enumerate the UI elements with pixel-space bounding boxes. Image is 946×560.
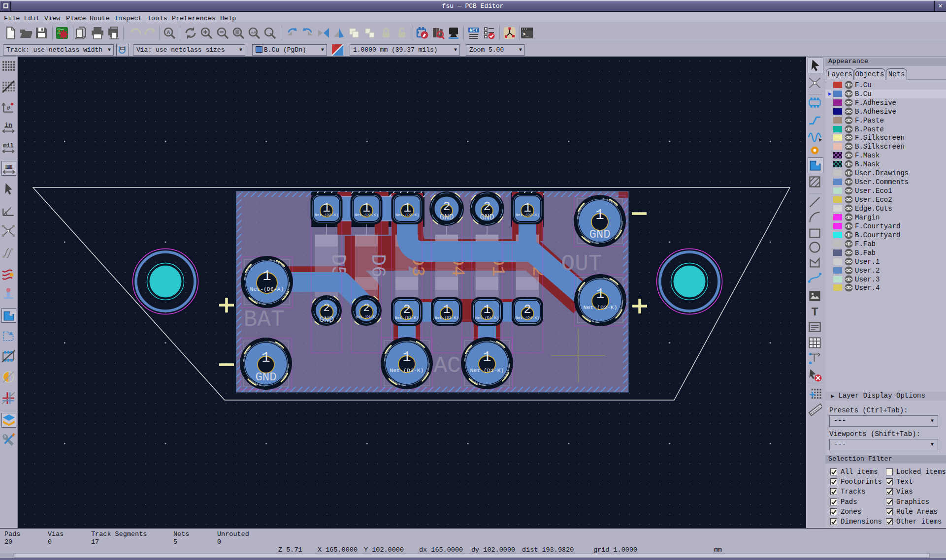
- svg-text:AC: AC: [433, 353, 460, 379]
- svg-text:1: 1: [595, 207, 604, 223]
- svg-text:θ: θ: [7, 105, 10, 111]
- svg-text:Net-(D6-A): Net-(D6-A): [250, 286, 284, 292]
- svg-text:Net-(D2-K): Net-(D2-K): [315, 213, 338, 217]
- svg-text:Net-(D3-K): Net-(D3-K): [395, 315, 419, 320]
- svg-text:Net-(D6-A): Net-(D6-A): [356, 315, 377, 319]
- svg-text:1: 1: [261, 350, 270, 366]
- svg-text:Net-(D3-K): Net-(D3-K): [390, 367, 424, 373]
- svg-text:2: 2: [403, 303, 410, 317]
- svg-text:Net-(D2-K): Net-(D2-K): [583, 304, 617, 311]
- svg-text:1: 1: [402, 349, 411, 366]
- svg-text:2: 2: [523, 303, 531, 317]
- svg-text:>_: >_: [522, 32, 529, 37]
- svg-text:1: 1: [596, 286, 604, 303]
- svg-text:T: T: [811, 306, 818, 318]
- svg-text:GND: GND: [480, 213, 494, 222]
- svg-text:Net-(D2-K): Net-(D2-K): [355, 213, 378, 217]
- svg-text:Net-(D2-K): Net-(D2-K): [516, 213, 539, 217]
- svg-text:2: 2: [323, 302, 329, 314]
- svg-text:in: in: [4, 122, 12, 129]
- svg-text:GND: GND: [319, 315, 334, 324]
- svg-text:1: 1: [262, 268, 271, 284]
- svg-text:GND: GND: [440, 213, 454, 222]
- svg-text:Net-(D4-K): Net-(D4-K): [516, 315, 539, 320]
- svg-text:A: A: [167, 30, 170, 35]
- svg-text:Net-(D1-K): Net-(D1-K): [470, 367, 504, 373]
- svg-text:mm: mm: [5, 163, 12, 170]
- svg-text:mil: mil: [3, 142, 13, 149]
- svg-text:D6: D6: [366, 254, 389, 278]
- svg-text:2: 2: [483, 200, 490, 214]
- svg-text:BAT: BAT: [244, 307, 285, 333]
- svg-text:1: 1: [443, 303, 450, 317]
- svg-text:1: 1: [483, 303, 490, 317]
- svg-text:Net-(D3-K): Net-(D3-K): [435, 315, 458, 320]
- svg-text:OUT: OUT: [561, 251, 602, 277]
- svg-text:GND: GND: [589, 228, 610, 241]
- svg-text:2: 2: [363, 302, 369, 314]
- svg-text:Net-(D2-K): Net-(D2-K): [395, 213, 419, 217]
- svg-text:1: 1: [483, 349, 491, 366]
- svg-text:2: 2: [443, 200, 450, 214]
- svg-text:NET: NET: [470, 28, 478, 33]
- svg-text:GND: GND: [255, 371, 276, 384]
- svg-text:Net-(D1-K): Net-(D1-K): [475, 315, 499, 320]
